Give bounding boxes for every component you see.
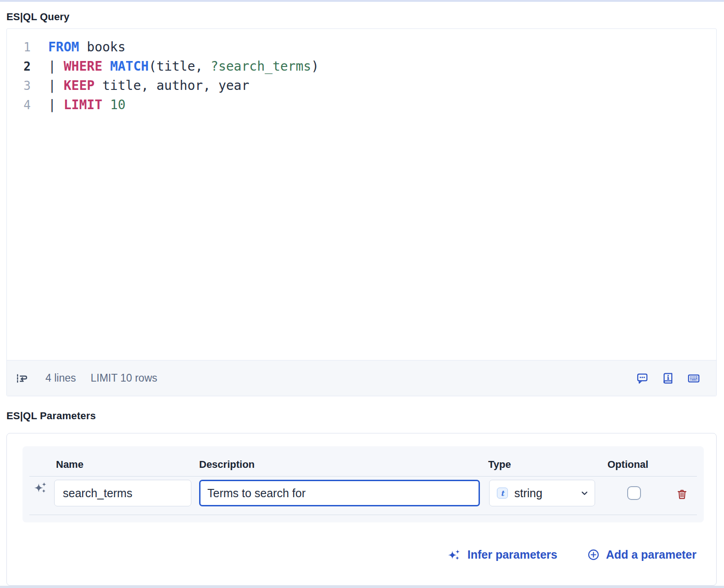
string-type-token-icon: t [497,488,508,499]
column-header-name: Name [56,459,84,471]
param-type-select[interactable]: t string [489,480,595,506]
sparkles-icon [447,548,462,562]
code-line[interactable]: 1FROM books [7,38,716,57]
line-number: 4 [7,95,31,115]
keyboard-shortcuts-icon[interactable] [687,372,701,385]
add-parameter-label: Add a parameter [606,548,696,561]
esql-query-editor[interactable]: 1FROM books2| WHERE MATCH(title, ?search… [6,28,717,396]
chevron-down-icon [579,488,590,499]
parameters-table: Name Description Type Optional search_te… [22,446,704,522]
editor-footer-bar: 4 lines LIMIT 10 rows [7,360,716,396]
code-line[interactable]: 2| WHERE MATCH(title, ?search_terms) [7,57,716,76]
header-divider [29,476,697,477]
bottom-edge-divider [0,586,724,588]
code-line[interactable]: 4| LIMIT 10 [7,95,716,115]
infer-parameters-button[interactable]: Infer parameters [447,548,557,562]
code-lines[interactable]: 1FROM books2| WHERE MATCH(title, ?search… [7,38,716,115]
documentation-book-icon[interactable] [661,372,675,385]
esql-parameters-panel: Name Description Type Optional search_te… [6,433,717,586]
line-count-status: 4 lines [45,372,76,384]
column-header-description: Description [199,459,255,471]
limit-status: LIMIT 10 rows [90,372,157,384]
top-edge-divider [0,0,724,2]
add-parameter-button[interactable]: Add a parameter [587,548,696,561]
param-name-input[interactable]: search_terms [54,480,191,506]
ai-sparkles-icon [33,480,48,497]
param-description-value: Terms to search for [207,487,306,500]
delete-parameter-trash-icon[interactable] [676,488,688,501]
line-number: 2 [7,57,31,76]
line-number: 3 [7,76,31,95]
plus-circle-icon [587,548,600,561]
optional-checkbox[interactable] [627,486,641,500]
parameters-section-title: ES|QL Parameters [6,410,96,422]
feedback-comment-icon[interactable] [635,372,649,385]
row-divider [29,515,697,515]
word-wrap-icon[interactable] [15,372,29,385]
param-name-value: search_terms [63,487,132,500]
infer-parameters-label: Infer parameters [468,548,557,561]
code-line[interactable]: 3| KEEP title, author, year [7,76,716,95]
param-description-input[interactable]: Terms to search for [199,480,480,506]
column-header-optional: Optional [607,459,648,471]
query-section-title: ES|QL Query [6,11,70,23]
param-type-value: string [514,487,542,500]
column-header-type: Type [488,459,511,471]
line-number: 1 [7,38,31,57]
